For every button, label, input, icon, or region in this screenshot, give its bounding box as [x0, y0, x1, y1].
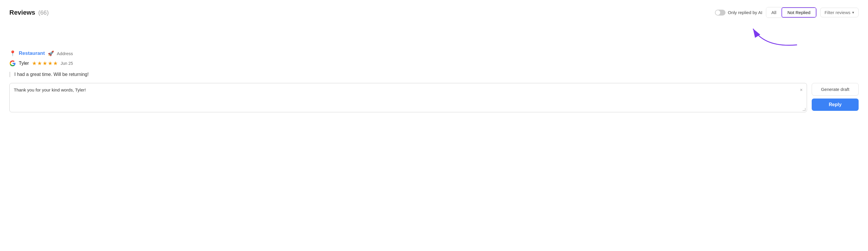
toggle-label: Only replied by AI — [728, 10, 763, 15]
resize-handle — [803, 108, 806, 111]
restaurant-address: Address — [57, 51, 73, 56]
reply-textarea[interactable] — [14, 87, 795, 105]
star-rating: ★ ★ ★ ★ ★ — [32, 60, 58, 67]
only-replied-by-ai-toggle[interactable] — [715, 10, 725, 15]
generate-draft-button[interactable]: Generate draft — [812, 83, 859, 96]
review-text: I had a great time. Will be returning! — [14, 72, 89, 77]
filter-reviews-label: Filter reviews — [825, 10, 850, 15]
reply-buttons: Generate draft Reply — [812, 83, 859, 111]
filter-reviews-dropdown[interactable]: Filter reviews ▾ — [820, 8, 859, 17]
location-icon: 📍 — [9, 50, 16, 57]
reply-textarea-wrapper: × — [9, 83, 807, 112]
annotation-area — [9, 24, 859, 48]
star-2: ★ — [37, 60, 42, 67]
review-section: 📍 Restaurant 🚀 Address Tyler ★ ★ ★ ★ ★ J… — [9, 50, 859, 112]
star-5: ★ — [53, 60, 58, 67]
star-3: ★ — [42, 60, 47, 67]
header-row: Reviews (66) Only replied by AI All Not … — [9, 7, 859, 18]
chevron-down-icon: ▾ — [852, 10, 854, 15]
reply-button[interactable]: Reply — [812, 98, 859, 111]
star-4: ★ — [48, 60, 53, 67]
reviewer-name: Tyler — [19, 61, 29, 66]
reviewer-row: Tyler ★ ★ ★ ★ ★ Jun 25 — [9, 60, 859, 67]
clear-icon[interactable]: × — [800, 87, 803, 93]
filter-button-group: All Not Replied — [766, 7, 817, 18]
restaurant-emoji: 🚀 — [48, 51, 54, 57]
review-quote: I had a great time. Will be returning! — [9, 72, 859, 77]
restaurant-row: 📍 Restaurant 🚀 Address — [9, 50, 859, 57]
review-date: Jun 25 — [61, 61, 73, 66]
google-icon — [9, 60, 16, 67]
filter-all-button[interactable]: All — [766, 7, 782, 18]
only-replied-by-ai-toggle-group: Only replied by AI — [715, 10, 763, 15]
filter-not-replied-button[interactable]: Not Replied — [781, 7, 816, 18]
reply-area: × Generate draft Reply — [9, 83, 859, 112]
annotation-arrow-svg — [736, 24, 800, 48]
star-1: ★ — [32, 60, 37, 67]
page-title: Reviews (66) — [9, 9, 49, 17]
header-controls: Only replied by AI All Not Replied Filte… — [715, 7, 859, 18]
restaurant-name: Restaurant — [19, 51, 45, 56]
